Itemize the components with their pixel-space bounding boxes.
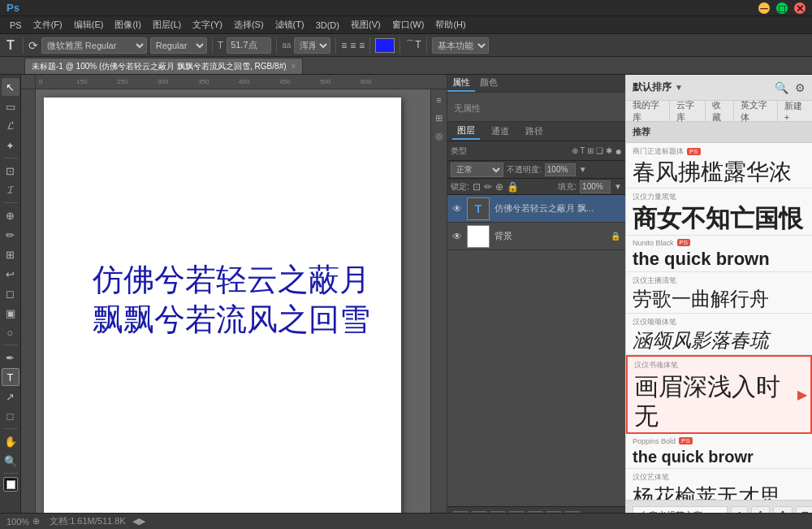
font-entry-2[interactable]: Nunito Black PS the quick brown <box>626 236 812 272</box>
menu-text[interactable]: 文字(Y) <box>188 17 227 33</box>
menu-3d[interactable]: 3D(D) <box>311 19 344 32</box>
workspace-select[interactable]: 基本功能 <box>432 37 489 54</box>
tool-orient-icon[interactable]: ⟳ <box>28 39 38 52</box>
font-entry-7[interactable]: 汉仪艺体笔 杨花榆荚无才思 <box>626 469 812 500</box>
align-left-icon[interactable]: ≡ <box>341 40 347 51</box>
layer-eye-icon-1[interactable]: 👁 <box>452 203 462 215</box>
menu-ps[interactable]: PS <box>5 19 27 32</box>
english-fonts-section[interactable]: 英文字体 <box>734 101 778 121</box>
menu-window[interactable]: 窗口(W) <box>387 17 430 33</box>
pen-tool[interactable]: ✒ <box>2 349 19 366</box>
eyedropper-tool[interactable]: 𝓘 <box>2 181 19 199</box>
layer-name-bg: 背景 <box>495 230 512 242</box>
color-tab[interactable]: 颜色 <box>475 75 503 92</box>
menu-filter[interactable]: 滤镜(T) <box>270 17 309 33</box>
toolbar-divider-7 <box>426 37 427 54</box>
properties-panel: 无属性 <box>447 93 625 121</box>
layer-lock-icon: 🔒 <box>611 232 620 241</box>
minimize-button[interactable]: ─ <box>758 2 770 14</box>
tool-sep-1 <box>3 158 18 158</box>
gradient-tool[interactable]: ▣ <box>2 304 19 322</box>
font-size-input[interactable] <box>227 37 271 54</box>
menu-layer[interactable]: 图层(L) <box>148 17 186 33</box>
layers-tab[interactable]: 图层 <box>452 123 480 140</box>
blend-mode-select[interactable]: 正常 <box>451 163 503 177</box>
move-tool[interactable]: ↖ <box>2 78 19 96</box>
new-section[interactable]: 新建 + <box>778 101 812 121</box>
layer-eye-icon-2[interactable]: 👁 <box>452 231 462 242</box>
maximize-button[interactable]: □ <box>776 2 788 14</box>
font-entry-1[interactable]: 汉仪力量黑笔 商女不知亡国恨 <box>626 189 812 236</box>
sort-dropdown-icon[interactable]: ▼ <box>675 83 683 92</box>
menu-image[interactable]: 图像(I) <box>110 17 145 33</box>
dodge-tool[interactable]: ○ <box>2 323 19 341</box>
panel-toggle-1[interactable]: ≡ <box>432 93 447 107</box>
recommend-section-header[interactable]: 推荐 <box>626 122 812 143</box>
font-entry-5[interactable]: 汉仪书魂体笔 画眉深浅入时无 ▶ <box>626 355 812 434</box>
lasso-tool[interactable]: 𝓛 <box>2 117 19 135</box>
shape-tool[interactable]: □ <box>2 407 19 425</box>
font-style-select[interactable]: Regular <box>150 37 207 54</box>
aa-mode-select[interactable]: 浑厚 <box>294 37 330 54</box>
panel-toggle-2[interactable]: ⊞ <box>432 111 447 125</box>
my-library-section[interactable]: 我的字库 <box>626 101 670 121</box>
font-meta-5: 汉仪书魂体笔 <box>634 360 804 371</box>
fill-input[interactable] <box>580 180 611 193</box>
canvas-document[interactable]: 仿佛兮若轻云之蔽月 飘飘兮若流风之回雪 <box>44 98 401 528</box>
font-entry-0[interactable]: 商门正道标题体 PS 春风拂槛露华浓 <box>626 143 812 189</box>
foreground-color[interactable] <box>3 477 18 492</box>
history-brush-tool[interactable]: ↩ <box>2 265 19 283</box>
warp-text-icon[interactable]: ⌒T <box>405 38 421 52</box>
lock-image-icon[interactable]: ✏ <box>484 181 492 193</box>
layer-item-text[interactable]: 👁 T 仿佛兮若轻云之蔽月 飘... <box>447 195 625 223</box>
layer-thumb-bg <box>467 225 490 248</box>
lock-position-icon[interactable]: ⊕ <box>495 181 503 193</box>
filter-toggle[interactable]: ● <box>615 145 622 158</box>
type-tool[interactable]: T <box>2 368 19 386</box>
toolbar-divider-2 <box>212 37 213 54</box>
clone-tool[interactable]: ⊞ <box>2 245 19 263</box>
collections-section[interactable]: 收藏 <box>706 101 734 121</box>
font-entry-4[interactable]: 汉仪颂颂体笔 涵颂风影落春琉 <box>626 314 812 355</box>
lock-all-icon[interactable]: 🔒 <box>507 181 519 193</box>
brush-tool[interactable]: ✏ <box>2 226 19 244</box>
lock-transparent-icon[interactable]: ⊡ <box>473 181 481 193</box>
color-swatch[interactable] <box>375 38 395 53</box>
zoom-tool[interactable]: 🔍 <box>2 452 19 470</box>
menu-edit[interactable]: 编辑(E) <box>69 17 109 33</box>
document-tab[interactable]: 未标题-1 @ 100% (仿佛兮若轻云之蔽月 飘飘兮若流风之回雪, RGB/8… <box>24 58 303 74</box>
quick-select-tool[interactable]: ✦ <box>2 137 19 154</box>
panel-toggle-3[interactable]: ◎ <box>432 128 447 143</box>
font-entry-3[interactable]: 汉仪主播清笔 劳歌一曲解行舟 <box>626 272 812 314</box>
hand-tool[interactable]: ✋ <box>2 432 19 450</box>
align-right-icon[interactable]: ≡ <box>359 40 365 51</box>
paths-tab[interactable]: 路径 <box>520 124 548 139</box>
crop-tool[interactable]: ⊡ <box>2 162 19 180</box>
path-select-tool[interactable]: ↗ <box>2 388 19 405</box>
font-filter-icon[interactable]: ⚙ <box>795 81 806 94</box>
properties-tab[interactable]: 属性 <box>447 75 475 92</box>
navigate-right[interactable]: ▶ <box>139 516 145 527</box>
app-icon: Ps <box>6 2 19 14</box>
menu-file[interactable]: 文件(F) <box>28 17 67 33</box>
toolbar-divider-3 <box>276 37 277 54</box>
ruler-top: 0 150 250 300 350 400 450 500 600 <box>36 75 447 89</box>
align-center-icon[interactable]: ≡ <box>350 40 356 51</box>
font-meta-2: Nunito Black PS <box>633 239 806 247</box>
eraser-tool[interactable]: ◻ <box>2 284 19 302</box>
cloud-library-section[interactable]: 云字库 <box>670 101 706 121</box>
layer-item-bg[interactable]: 👁 背景 🔒 <box>447 223 625 250</box>
menu-help[interactable]: 帮助(H) <box>430 17 470 33</box>
font-family-select[interactable]: 微软雅黑 Regular <box>41 37 147 54</box>
font-entry-6[interactable]: Poppins Bold PS the quick browr <box>626 434 812 469</box>
close-button[interactable]: ✕ <box>794 2 806 14</box>
navigate-left[interactable]: ◀ <box>132 516 139 527</box>
tab-close-button[interactable]: × <box>292 62 296 71</box>
menu-select[interactable]: 选择(S) <box>229 17 269 33</box>
spot-heal-tool[interactable]: ⊕ <box>2 206 19 224</box>
selection-tool[interactable]: ▭ <box>2 98 19 115</box>
menu-view[interactable]: 视图(V) <box>346 17 386 33</box>
opacity-input[interactable] <box>545 163 576 176</box>
channels-tab[interactable]: 通道 <box>486 124 514 139</box>
font-search-icon[interactable]: 🔍 <box>775 81 788 94</box>
